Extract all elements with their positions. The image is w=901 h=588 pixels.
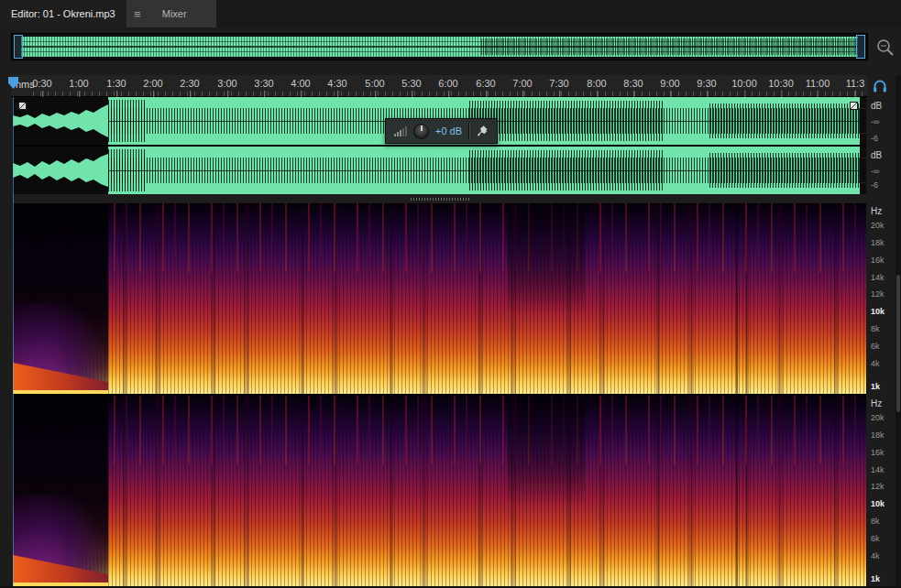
gain-value[interactable]: +0 dB <box>435 125 462 136</box>
overview-waveform <box>21 37 858 57</box>
timeline-tick: 11:00 <box>806 78 830 89</box>
timeline-tick: 3:30 <box>254 78 273 89</box>
pin-icon[interactable] <box>476 125 489 137</box>
waveform-dense-region <box>709 153 860 187</box>
timeline-tick: 6:30 <box>476 78 495 89</box>
db-scale-label: dB <box>871 101 882 111</box>
waveform-channel-right[interactable] <box>13 147 866 194</box>
waveform-dense-region <box>469 101 665 141</box>
timeline-tick: 2:00 <box>143 78 162 89</box>
timeline-tick: 11:3 <box>846 78 865 89</box>
panel-tab-bar: Editor: 01 - Okreni.mp3 ≡ Mixer <box>0 0 901 27</box>
spectrogram-quiet-section <box>508 203 585 314</box>
timeline-tick: 2:30 <box>180 78 199 89</box>
spectrogram-channel-right[interactable] <box>13 396 866 586</box>
tab-mixer[interactable]: Mixer <box>148 0 201 27</box>
volume-knob[interactable] <box>413 124 429 139</box>
hud-separator <box>468 123 469 139</box>
timeline-tick: 4:00 <box>291 78 310 89</box>
waveform-dense-region <box>108 149 146 191</box>
timeline-tick: 1:30 <box>106 78 126 89</box>
overview-waveform-dense <box>481 38 858 56</box>
hz-scale-tick: 10k <box>871 307 885 316</box>
hz-scale-tick: 14k <box>871 273 885 282</box>
hz-scale-tick: 18k <box>871 430 885 440</box>
timeline-tick: 9:00 <box>660 78 679 89</box>
hz-scale-tick: 18k <box>871 238 885 247</box>
playhead-line <box>13 97 14 586</box>
spectrogram-transient-line <box>736 203 738 394</box>
hz-scale-tick: 14k <box>871 465 885 474</box>
spectrogram-quiet-section <box>508 396 585 506</box>
audio-editor-window: Editor: 01 - Okreni.mp3 ≡ Mixer hms 0:30… <box>0 0 901 588</box>
spectrogram-high-freq-streaks <box>108 396 866 464</box>
hz-scale-tick: 4k <box>871 359 880 368</box>
timeline-ruler[interactable]: hms 0:30 1:00 1:30 2:00 2:30 3:00 3:30 4… <box>11 75 868 97</box>
waveform-dense-region <box>108 100 146 142</box>
hz-scale-tick: 20k <box>871 221 885 230</box>
spectrogram-channel-left[interactable] <box>13 203 866 394</box>
hz-scale-tick: 16k <box>871 256 885 265</box>
vertical-scrollbar-thumb[interactable] <box>896 275 900 412</box>
tab-editor[interactable]: Editor: 01 - Okreni.mp3 <box>0 0 126 27</box>
timeline-tick: 10:00 <box>731 78 757 89</box>
timeline-tick: 5:30 <box>401 78 421 89</box>
panel-menu-icon[interactable]: ≡ <box>126 0 148 27</box>
db-scale-label: dB <box>871 150 882 160</box>
hz-scale-tick: 6k <box>871 342 880 351</box>
hz-scale-tick: 8k <box>871 517 880 526</box>
spectrogram-intro <box>13 396 108 586</box>
waveform-dense-region <box>469 150 665 191</box>
hz-scale-label: Hz <box>871 398 882 408</box>
spectrogram-intro <box>13 203 108 394</box>
hz-scale-tick: 12k <box>871 482 885 491</box>
timeline-tick: 3:00 <box>217 78 236 89</box>
timeline-tick: 8:30 <box>623 78 643 89</box>
hz-scale-tick: 4k <box>871 551 880 561</box>
db-scale-tick: -∞ <box>871 117 879 126</box>
waveform-intro-right <box>13 147 108 194</box>
hz-scale-label: Hz <box>871 206 882 216</box>
db-scale-tick: -∞ <box>871 167 879 176</box>
timeline-tick: 0:30 <box>32 78 51 89</box>
hz-scale-tick: 1k <box>871 382 880 391</box>
waveform-intro-left <box>13 97 108 145</box>
overview-navigator[interactable] <box>11 33 868 60</box>
view-splitter[interactable] <box>13 194 866 203</box>
timeline-tick: 6:00 <box>438 78 457 89</box>
timeline-tick: 7:00 <box>512 78 532 89</box>
db-scale-tick: -6 <box>871 180 878 190</box>
waveform-clip-right[interactable] <box>108 147 860 194</box>
timeline-tick: 5:00 <box>365 78 384 89</box>
hz-scale-tick: 16k <box>871 448 885 457</box>
hz-scale-tick: 6k <box>871 534 880 543</box>
spectrogram-high-freq-streaks <box>108 203 866 272</box>
fade-in-handle[interactable] <box>18 102 27 110</box>
headphones-icon[interactable] <box>872 78 888 94</box>
zoom-navigator-icon[interactable] <box>875 38 896 58</box>
tab-strip: Editor: 01 - Okreni.mp3 ≡ Mixer <box>0 0 216 27</box>
timeline-tick: 10:30 <box>768 78 794 89</box>
timeline-tick: 1:00 <box>69 78 88 89</box>
timeline-tick: 9:30 <box>697 78 716 89</box>
hz-scale-tick: 20k <box>871 413 885 422</box>
timeline-tick: 7:30 <box>549 78 568 89</box>
hz-scale-tick: 10k <box>871 499 885 508</box>
spectrogram-transient-line <box>736 396 738 586</box>
waveform-dense-region <box>709 103 860 137</box>
hz-scale-tick: 12k <box>871 289 885 299</box>
db-scale-tick: -6 <box>871 134 878 143</box>
gain-hud: +0 dB <box>385 118 498 144</box>
overview-right-handle[interactable] <box>856 35 865 59</box>
hz-scale-tick: 8k <box>871 324 880 333</box>
overview-left-handle[interactable] <box>14 35 23 59</box>
hz-scale-tick: 1k <box>871 574 880 583</box>
fade-out-handle[interactable] <box>850 102 858 110</box>
waveform-display[interactable] <box>13 97 866 194</box>
timeline-tick: 4:30 <box>327 78 346 89</box>
level-meter-icon <box>394 125 407 137</box>
timeline-tick: 8:00 <box>587 78 606 89</box>
